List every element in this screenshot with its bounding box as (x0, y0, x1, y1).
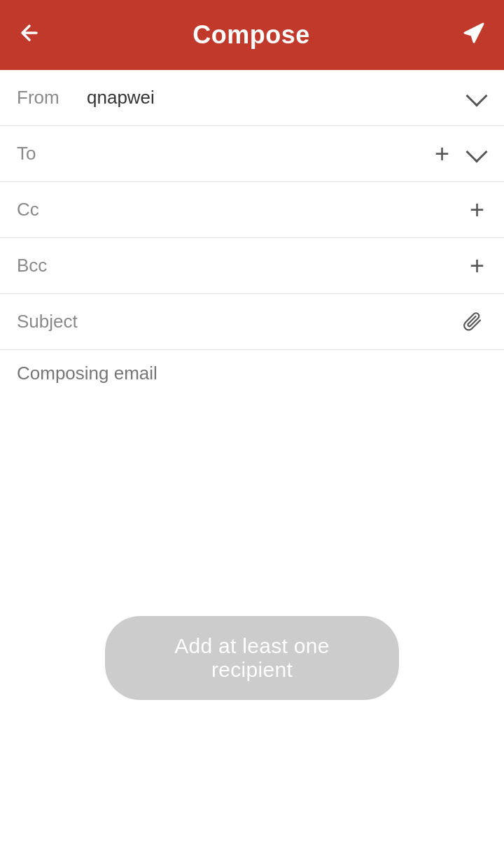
to-row: To + (0, 126, 504, 182)
back-button[interactable] (17, 20, 42, 50)
app-header: Compose (0, 0, 504, 70)
subject-input[interactable] (87, 311, 459, 332)
cc-actions: + (467, 195, 487, 225)
send-btn-container: Add at least one recipient (0, 574, 504, 728)
from-actions (466, 85, 487, 111)
bcc-actions: + (467, 251, 487, 281)
body-input[interactable] (17, 363, 487, 559)
cc-label: Cc (17, 199, 87, 220)
attach-button[interactable] (459, 308, 487, 336)
page-title: Compose (192, 20, 310, 50)
to-actions: + (432, 139, 487, 169)
bcc-row: Bcc + (0, 238, 504, 294)
from-label: From (17, 87, 87, 108)
from-dropdown-button[interactable] (466, 85, 487, 111)
to-add-button[interactable]: + (432, 139, 452, 169)
from-value: qnapwei (87, 87, 466, 108)
from-row: From qnapwei (0, 70, 504, 126)
to-label: To (17, 143, 87, 164)
chevron-down-icon (465, 85, 487, 106)
send-button[interactable] (461, 20, 487, 50)
to-dropdown-button[interactable] (466, 141, 487, 167)
bcc-label: Bcc (17, 255, 87, 276)
cc-row: Cc + (0, 182, 504, 238)
bcc-input[interactable] (87, 255, 467, 276)
bcc-add-button[interactable]: + (467, 251, 487, 281)
paperclip-icon (462, 311, 484, 333)
chevron-down-icon (465, 141, 487, 162)
plus-icon: + (470, 253, 484, 279)
cc-input[interactable] (87, 199, 467, 220)
to-input[interactable] (87, 143, 432, 164)
cc-add-button[interactable]: + (467, 195, 487, 225)
subject-row: Subject (0, 294, 504, 350)
send-disabled-button[interactable]: Add at least one recipient (105, 616, 399, 700)
compose-body[interactable] (0, 350, 504, 574)
plus-icon: + (435, 141, 449, 167)
subject-actions (459, 308, 487, 336)
plus-icon: + (470, 197, 484, 223)
subject-label: Subject (17, 311, 87, 332)
